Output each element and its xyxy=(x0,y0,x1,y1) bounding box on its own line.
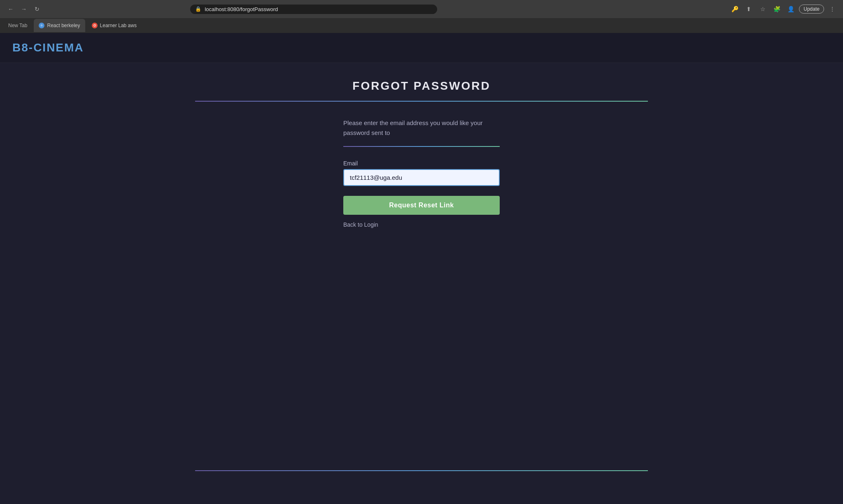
logo-part2: CINEMA xyxy=(33,41,84,54)
aws-tab-icon: ⚙ xyxy=(92,23,98,28)
email-label: Email xyxy=(343,160,500,167)
top-divider xyxy=(195,101,648,102)
extensions-icon[interactable]: 🧩 xyxy=(771,3,782,15)
react-tab-label: React berkeley xyxy=(47,23,80,28)
app-logo: B8-CINEMA xyxy=(12,41,831,54)
star-icon[interactable]: ☆ xyxy=(757,3,768,15)
bottom-divider xyxy=(195,470,648,471)
request-reset-link-button[interactable]: Request Reset Link xyxy=(343,196,500,215)
back-button[interactable]: ← xyxy=(5,3,16,15)
logo-part1: B8- xyxy=(12,41,33,54)
share-icon[interactable]: ⬆ xyxy=(743,3,755,15)
browser-nav-buttons: ← → ↻ xyxy=(5,3,43,15)
learner-tab-label: Learner Lab aws xyxy=(100,23,137,28)
address-bar[interactable]: 🔒 localhost:8080/forgotPassword xyxy=(190,5,437,14)
browser-actions: 🔑 ⬆ ☆ 🧩 👤 Update ⋮ xyxy=(729,3,838,15)
browser-chrome: ← → ↻ 🔒 localhost:8080/forgotPassword 🔑 … xyxy=(0,0,843,33)
forward-button[interactable]: → xyxy=(18,3,30,15)
back-to-login-button[interactable]: Back to Login xyxy=(343,221,500,228)
update-button[interactable]: Update xyxy=(799,5,824,14)
email-input[interactable] xyxy=(343,169,500,186)
profile-icon[interactable]: 👤 xyxy=(785,3,796,15)
form-container: Please enter the email address you would… xyxy=(343,118,500,228)
email-form-group: Email xyxy=(343,160,500,186)
learner-lab-tab[interactable]: ⚙ Learner Lab aws xyxy=(87,19,142,32)
lock-icon: 🔒 xyxy=(195,6,201,12)
app-header: B8-CINEMA xyxy=(0,33,843,63)
browser-tabs: New Tab ⚛ React berkeley ⚙ Learner Lab a… xyxy=(0,18,843,33)
key-icon[interactable]: 🔑 xyxy=(729,3,741,15)
instruction-text: Please enter the email address you would… xyxy=(343,118,500,138)
react-tab-icon: ⚛ xyxy=(39,23,44,28)
menu-icon[interactable]: ⋮ xyxy=(827,3,838,15)
new-tab-tab[interactable]: New Tab xyxy=(3,19,32,32)
reload-button[interactable]: ↻ xyxy=(31,3,43,15)
app-container: B8-CINEMA FORGOT PASSWORD Please enter t… xyxy=(0,33,843,504)
url-display: localhost:8080/forgotPassword xyxy=(205,6,432,12)
new-tab-label: New Tab xyxy=(8,23,27,28)
main-content: FORGOT PASSWORD Please enter the email a… xyxy=(0,63,843,504)
sub-divider xyxy=(343,146,500,147)
page-title: FORGOT PASSWORD xyxy=(352,79,490,93)
react-berkeley-tab[interactable]: ⚛ React berkeley xyxy=(34,19,85,32)
browser-toolbar: ← → ↻ 🔒 localhost:8080/forgotPassword 🔑 … xyxy=(0,0,843,18)
